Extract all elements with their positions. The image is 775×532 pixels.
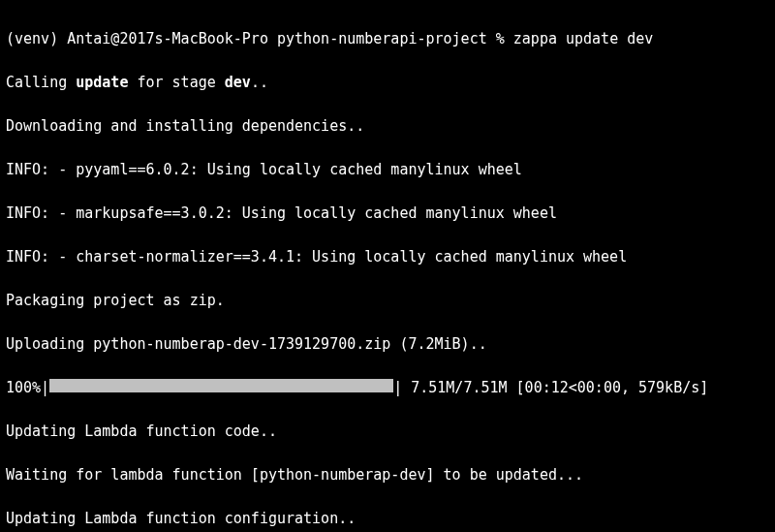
progress-stats: | 7.51M/7.51M [00:12<00:00, 579kB/s] — [393, 379, 708, 396]
text: Calling — [6, 74, 76, 91]
output-line: Updating Lambda function code.. — [6, 421, 769, 443]
text: for stage — [128, 74, 224, 91]
prompt-prefix: (venv) Antai@2017s-MacBook-Pro python-nu… — [6, 30, 513, 47]
output-line: Downloading and installing dependencies.… — [6, 115, 769, 138]
terminal-output[interactable]: (venv) Antai@2017s-MacBook-Pro python-nu… — [0, 0, 775, 532]
output-line: Uploading python-numberap-dev-1739129700… — [6, 333, 769, 356]
progress-percent: 100%| — [6, 379, 49, 396]
progress-line-1: 100%|| 7.51M/7.51M [00:12<00:00, 579kB/s… — [6, 377, 769, 399]
output-line: INFO: - markupsafe==3.0.2: Using locally… — [6, 203, 769, 225]
output-line: INFO: - pyyaml==6.0.2: Using locally cac… — [6, 159, 769, 181]
progress-bar-fill — [49, 379, 393, 392]
prompt-line-1: (venv) Antai@2017s-MacBook-Pro python-nu… — [6, 28, 769, 50]
output-line: Waiting for lambda function [python-numb… — [6, 464, 769, 486]
output-line: Packaging project as zip. — [6, 290, 769, 312]
output-line: INFO: - charset-normalizer==3.4.1: Using… — [6, 246, 769, 268]
text: .. — [251, 74, 268, 91]
output-line: Updating Lambda function configuration.. — [6, 508, 769, 530]
output-line: Calling update for stage dev.. — [6, 72, 769, 94]
update-keyword: update — [76, 74, 128, 91]
command-text: zappa update dev — [513, 30, 654, 47]
stage-name: dev — [225, 74, 251, 91]
